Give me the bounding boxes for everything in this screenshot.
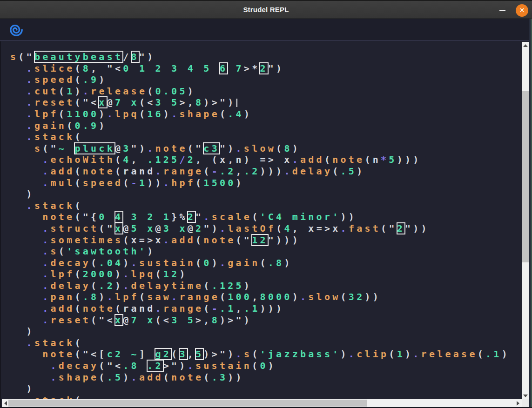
strudel-repl-window: Strudel REPL ✕ s("beautybeast/8") .slice… — [0, 0, 532, 408]
active-event-highlight: 5 — [195, 348, 203, 360]
code-line: .lpf(2000).lpq(12) — [10, 268, 510, 280]
code-line: ) — [10, 383, 510, 395]
code-line: note("{0 4 3 2 1}%2".scale('C4 minor')) — [10, 211, 510, 223]
active-event-highlight: 4 — [115, 211, 123, 222]
scroll-up-arrow-icon[interactable] — [522, 42, 529, 49]
close-icon: ✕ — [519, 7, 525, 13]
toolbar — [0, 19, 532, 41]
code-line: s("beautybeast/8") — [10, 51, 510, 63]
horizontal-scrollbar[interactable] — [2, 399, 522, 407]
code-line: ) — [10, 326, 510, 337]
code-line: note("<[c2 ~] g2(3,5)>").s('jazzbass').c… — [10, 348, 510, 360]
active-event-highlight: c3 — [203, 143, 220, 154]
code-line: .cut(1).release(0.05) — [10, 86, 510, 97]
scroll-down-arrow-icon[interactable] — [522, 392, 529, 400]
code-line: .decay(.04).sustain(0).gain(.8) — [10, 257, 510, 269]
active-event-highlight: 8 — [131, 51, 139, 62]
code-lines: s("beautybeast/8") .slice(8, "<0 1 2 3 4… — [10, 51, 510, 406]
active-event-highlight: 2 — [397, 223, 405, 234]
code-line: .add(note(rand.range(-.1,.1))) — [10, 303, 510, 314]
active-event-highlight: 6 — [220, 63, 228, 74]
code-line: .echoWith(4, .125/2, (x,n) => x.add(note… — [10, 154, 510, 166]
code-line: .pan(.8).lpf(saw.range(100,8000).slow(32… — [10, 291, 510, 303]
text-cursor — [236, 99, 237, 107]
code-line: .mul(speed(-1)).hpf(1500) — [10, 177, 510, 189]
active-event-highlight: 2 — [260, 63, 268, 74]
active-event-highlight: x — [115, 314, 123, 326]
horizontal-scrollbar-thumb[interactable] — [8, 400, 367, 407]
code-line: .reset("<x@7 x(<3 5>,8)>") — [10, 314, 510, 326]
active-event-highlight: x — [115, 223, 123, 234]
scrollbar-corner — [522, 399, 529, 407]
code-line: .struct("x@5 x@3 x@2").lastOf(4, x=>x.fa… — [10, 223, 510, 234]
minimize-icon — [499, 10, 505, 11]
active-event-highlight: beautybeast — [34, 51, 123, 62]
code-line: .decay("<.8 .2>").sustain(0) — [10, 360, 510, 372]
window-controls: ✕ — [495, 1, 528, 20]
active-event-highlight: x — [99, 97, 107, 108]
code-line: .shape(.5).add(note(.3)) — [10, 372, 510, 383]
scroll-right-arrow-icon[interactable] — [514, 400, 522, 407]
code-line: .stack( — [10, 337, 510, 349]
code-line: .delay(.2).delaytime(.125) — [10, 280, 510, 292]
vertical-scrollbar[interactable] — [522, 42, 529, 400]
active-event-highlight: .2 — [147, 360, 163, 371]
code-line: .s('sawtooth') — [10, 246, 510, 257]
code-line: .gain(0.9) — [10, 120, 510, 132]
minimize-button[interactable] — [495, 3, 509, 17]
close-button[interactable]: ✕ — [516, 4, 528, 17]
window-title: Strudel REPL — [243, 6, 289, 13]
code-line: .lpf(1100).lpq(16).shape(.4) — [10, 108, 510, 120]
active-event-highlight: pluck — [74, 143, 115, 154]
window-right-edge — [529, 19, 532, 408]
active-event-highlight: g2 — [155, 348, 171, 360]
code-line: .slice(8, "<0 1 2 3 4 5 6 7>*2") — [10, 63, 510, 74]
code-line: ) — [10, 188, 510, 200]
code-line: .sometimes(x=>x.add(note("12"))) — [10, 234, 510, 246]
code-editor[interactable]: s("beautybeast/8") .slice(8, "<0 1 2 3 4… — [0, 41, 532, 408]
active-event-highlight: 2 — [188, 211, 195, 222]
titlebar[interactable]: Strudel REPL ✕ — [0, 0, 532, 19]
code-line: .stack( — [10, 200, 510, 212]
active-event-highlight: 12 — [252, 234, 268, 246]
code-line: .stack( — [10, 131, 510, 143]
vertical-scrollbar-thumb[interactable] — [522, 91, 529, 262]
code-line: .reset("<x@7 x(<3 5>,8)>") — [10, 97, 510, 108]
code-line: .speed(.9) — [10, 74, 510, 86]
strudel-spiral-logo-icon[interactable] — [9, 22, 23, 37]
code-line: s("~ pluck@3").note("c3").slow(8) — [10, 143, 510, 154]
active-event-highlight: 3 — [179, 348, 187, 360]
code-line: .add(note(rand.range(-.2,.2))).delay(.5) — [10, 166, 510, 177]
